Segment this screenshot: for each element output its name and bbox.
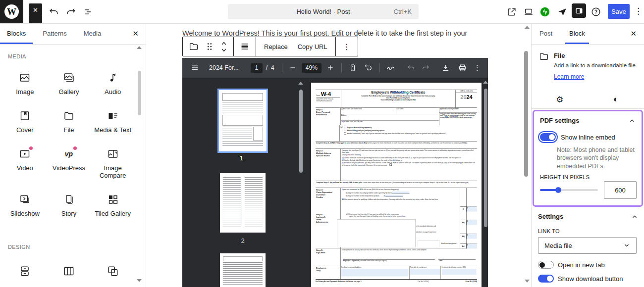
help-icon[interactable] xyxy=(590,6,602,18)
block-item-audio[interactable]: Audio xyxy=(91,67,135,98)
copy-url-button[interactable]: Copy URL xyxy=(293,43,332,50)
w4-step1-label-col: Step 1: Enter Personal Information xyxy=(316,108,341,125)
block-item-cover[interactable]: Cover xyxy=(3,105,47,136)
tab-post[interactable]: Post xyxy=(539,23,552,44)
publicize-share-icon[interactable] xyxy=(556,6,568,18)
w4-dollar: $ xyxy=(384,195,385,197)
fit-to-page-icon[interactable] xyxy=(348,63,357,72)
pdf-menu-icon[interactable] xyxy=(190,63,199,72)
wordpress-logo[interactable]: W xyxy=(0,0,23,23)
thumbs-scroll-up-arrow[interactable] xyxy=(298,82,303,85)
replace-button[interactable]: Replace xyxy=(259,43,293,50)
jetpack-icon[interactable] xyxy=(539,6,551,18)
block-item-image[interactable]: Image xyxy=(3,67,47,98)
height-slider-thumb[interactable] xyxy=(555,187,561,193)
inserter-scroll-down-arrow[interactable] xyxy=(137,279,142,282)
tab-block[interactable]: Block xyxy=(569,23,585,44)
move-up-icon[interactable] xyxy=(219,40,228,47)
pdf-thumbnail-1[interactable] xyxy=(217,89,268,153)
block-options-icon[interactable]: ⋮ xyxy=(339,38,355,55)
settings-sidebar-toggle[interactable] xyxy=(572,3,586,18)
move-down-icon[interactable] xyxy=(219,47,228,54)
w4-sub3: Your withholding is subject to review by… xyxy=(343,98,454,100)
w4-form-page[interactable]: Form W-4 Department of the Treasury Inte… xyxy=(311,83,482,287)
tab-media[interactable]: Media xyxy=(84,23,101,44)
command-palette[interactable]: Hello World! · Post Ctrl+K xyxy=(228,4,419,19)
tab-patterns[interactable]: Patterns xyxy=(43,23,66,44)
sidebar-close-icon[interactable]: ✕ xyxy=(630,29,637,38)
options-menu-icon[interactable]: ⋮ xyxy=(634,5,643,17)
pdf-settings-header[interactable]: PDF settings xyxy=(540,117,636,124)
block-item-slideshow[interactable]: Slideshow xyxy=(3,189,47,220)
pdf-more-icon[interactable]: ⋮ xyxy=(474,63,481,72)
settings-header[interactable]: Settings xyxy=(538,213,638,220)
undo-icon[interactable] xyxy=(48,6,60,18)
show-download-label: Show download button xyxy=(558,275,623,283)
canvas-scroll-up-arrow[interactable] xyxy=(525,26,530,29)
design-block-row xyxy=(3,265,135,278)
canvas-scrollbar[interactable] xyxy=(524,51,528,177)
pdf-print-icon[interactable] xyxy=(458,63,467,73)
view-post-icon[interactable] xyxy=(506,6,518,18)
annotate-icon[interactable] xyxy=(386,63,396,73)
block-item-gallery[interactable]: Gallery xyxy=(47,67,91,98)
block-item-videopress[interactable]: vp VideoPress xyxy=(47,143,91,182)
show-download-toggle[interactable] xyxy=(538,275,554,283)
block-item-video[interactable]: Video xyxy=(3,143,47,182)
list-view-icon[interactable] xyxy=(82,6,94,18)
pdf-thumbnail-3[interactable] xyxy=(220,253,266,287)
pdf-settings-title: PDF settings xyxy=(540,117,579,124)
align-icon[interactable] xyxy=(237,38,253,55)
w4-step3-name: Claim Dependent and Other Credits xyxy=(316,191,332,198)
show-inline-embed-toggle[interactable] xyxy=(540,133,556,141)
close-inserter-button[interactable]: ✕ xyxy=(29,3,42,16)
inserter-scroll-up-arrow[interactable] xyxy=(137,46,142,49)
w4-step4-a2: expect this year that won't have withhol… xyxy=(349,215,442,217)
open-new-tab-toggle[interactable] xyxy=(538,261,554,269)
file-block-icon[interactable] xyxy=(186,38,202,55)
block-item-media-text[interactable]: Media & Text xyxy=(91,105,135,136)
thumbs-scrollbar[interactable] xyxy=(299,90,303,173)
rotate-icon[interactable] xyxy=(364,63,373,72)
buttons-block-icon[interactable] xyxy=(18,265,31,278)
pdf-page-input[interactable]: 1 xyxy=(251,63,263,73)
redo-icon[interactable] xyxy=(65,6,77,18)
height-value-input[interactable] xyxy=(604,181,637,199)
block-item-story[interactable]: Story xyxy=(47,189,91,220)
pdf-toolbar: 2024 For... 1 / 4 49% xyxy=(182,58,488,78)
drag-handle-icon[interactable] xyxy=(202,38,217,55)
inserter-scrollbar[interactable] xyxy=(138,71,141,115)
w4-cb1: Single or Married filing separately xyxy=(347,126,372,128)
chevron-up-icon xyxy=(629,117,636,124)
block-settings-gear-icon[interactable]: ⚙ xyxy=(532,91,588,108)
inserter-close-icon[interactable]: ✕ xyxy=(132,29,139,38)
learn-more-link[interactable]: Learn more xyxy=(554,73,584,80)
preview-device-icon[interactable] xyxy=(523,6,535,18)
block-item-file[interactable]: File xyxy=(47,105,91,136)
pdf-zoom-level[interactable]: 49% xyxy=(302,63,322,73)
block-grid: Image Gallery Audio Cover xyxy=(3,67,135,220)
block-item-tiled-gallery[interactable]: Tiled Gallery xyxy=(91,189,135,220)
w4-frag-c: thheld each pay period . xyxy=(441,242,457,244)
pdf-download-icon[interactable] xyxy=(441,63,450,73)
block-label: File xyxy=(64,127,74,134)
link-to-select[interactable]: Media file xyxy=(538,237,637,254)
new-badge xyxy=(29,146,33,150)
zoom-out-icon[interactable] xyxy=(289,64,297,72)
inserter-button-tab xyxy=(29,16,42,23)
group-block-icon[interactable] xyxy=(107,265,119,278)
page-scroll-up-arrow[interactable] xyxy=(483,81,488,84)
page-scrollbar[interactable] xyxy=(484,89,487,227)
w4-perjury: Under penalties of perjury, I declare th… xyxy=(342,249,476,251)
columns-block-icon[interactable] xyxy=(62,265,75,278)
block-item-image-compare[interactable]: Image Compare xyxy=(91,143,135,182)
tab-blocks[interactable]: Blocks xyxy=(7,23,26,44)
zoom-in-icon[interactable] xyxy=(326,64,334,72)
pdf-thumbnail-2[interactable] xyxy=(220,173,266,233)
pdf-redo-icon[interactable] xyxy=(421,63,430,72)
block-styles-icon[interactable]: ◐ xyxy=(588,91,644,108)
canvas-scroll-down-arrow[interactable] xyxy=(525,280,530,283)
pdf-undo-icon[interactable] xyxy=(407,63,416,72)
cover-icon xyxy=(19,110,31,122)
save-button[interactable]: Save xyxy=(608,4,630,19)
